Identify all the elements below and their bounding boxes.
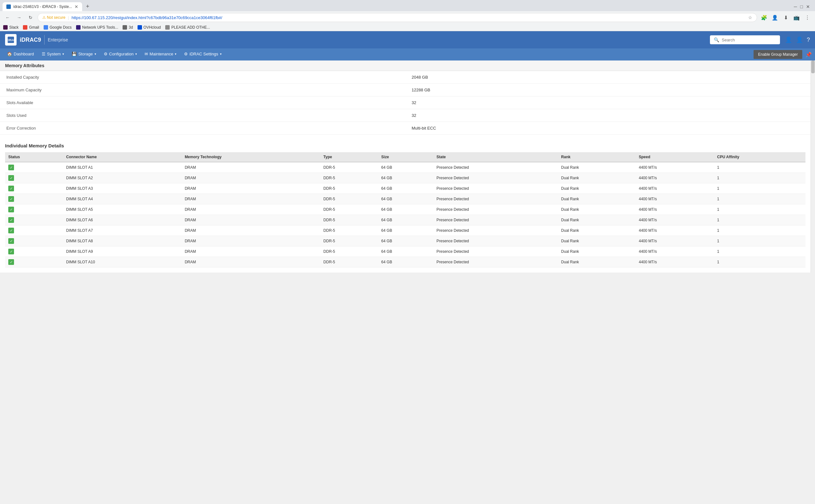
person-icon[interactable]: 👤	[796, 36, 803, 43]
browser-actions: 🧩 👤 ⬇ 📺 ⋮	[760, 13, 812, 22]
scrollbar[interactable]	[811, 60, 815, 273]
cell-status: ✓	[5, 225, 63, 236]
google-docs-label: Google Docs	[50, 25, 72, 30]
help-icon[interactable]: ?	[807, 37, 810, 43]
table-row: ✓ DIMM SLOT A9 DRAM DDR-5 64 GB Presence…	[5, 246, 805, 257]
new-tab-button[interactable]: +	[83, 2, 92, 11]
address-bar[interactable]: ⚠ Not secure | https://100.67.115.220/re…	[38, 13, 757, 22]
attr-value-slots-used: 32	[405, 109, 811, 122]
col-status: Status	[5, 152, 63, 162]
cell-state: Presence Detected	[433, 194, 558, 204]
status-check-icon: ✓	[8, 196, 14, 202]
back-button[interactable]: ←	[3, 13, 12, 22]
memory-details-title: Individual Memory Details	[5, 140, 805, 152]
nav-maintenance[interactable]: ✉ Maintenance ▾	[141, 48, 180, 60]
cell-type: DDR-5	[320, 225, 378, 236]
cell-size: 64 GB	[378, 215, 433, 225]
search-input[interactable]	[722, 38, 773, 42]
menu-button[interactable]: ⋮	[803, 13, 812, 22]
cell-rank: Dual Rank	[558, 173, 636, 183]
memory-details-table: Status Connector Name Memory Technology …	[5, 152, 805, 267]
cell-cpu: 1	[714, 173, 805, 183]
active-tab[interactable]: idrac-2S461V3 - iDRAC9 - Syste... ✕	[3, 2, 82, 11]
bookmark-please-add[interactable]: PLEASE ADD OTHE...	[165, 25, 210, 30]
bookmark-network-ups[interactable]: Network UPS Tools...	[76, 25, 118, 30]
search-bar[interactable]: 🔍	[710, 35, 780, 44]
cell-speed: 4400 MT/s	[635, 204, 714, 215]
bookmark-icon[interactable]: ☆	[748, 15, 752, 20]
profile-button[interactable]: 👤	[770, 13, 779, 22]
attr-row-slots-available: Slots Available 32	[0, 96, 811, 109]
extensions-button[interactable]: 🧩	[760, 13, 769, 22]
scrollbar-thumb[interactable]	[811, 60, 815, 73]
pin-icon[interactable]: 📌	[805, 52, 812, 58]
enable-group-manager-button[interactable]: Enable Group Manager	[754, 50, 802, 59]
cell-type: DDR-5	[320, 236, 378, 246]
status-check-icon: ✓	[8, 217, 14, 223]
close-window-button[interactable]: ✕	[806, 4, 810, 9]
status-check-icon: ✓	[8, 207, 14, 212]
status-check-icon: ✓	[8, 249, 14, 254]
nav-system[interactable]: ☰ System ▾	[38, 48, 68, 60]
bookmark-slack[interactable]: Slack	[3, 25, 18, 30]
cell-cpu: 1	[714, 236, 805, 246]
idrac-logo-icon: iDRAC	[5, 34, 17, 46]
cell-speed: 4400 MT/s	[635, 246, 714, 257]
cell-cpu: 1	[714, 215, 805, 225]
cell-cpu: 1	[714, 225, 805, 236]
cell-speed: 4400 MT/s	[635, 257, 714, 267]
cell-speed: 4400 MT/s	[635, 236, 714, 246]
nav-configuration-label: Configuration	[109, 52, 134, 56]
cell-technology: DRAM	[181, 215, 320, 225]
tab-close-button[interactable]: ✕	[74, 4, 78, 9]
maintenance-chevron: ▾	[175, 52, 176, 56]
refresh-button[interactable]: ↻	[26, 13, 35, 22]
attr-value-maximum-capacity: 12288 GB	[405, 84, 811, 96]
cell-technology: DRAM	[181, 204, 320, 215]
nav-dashboard[interactable]: 🏠 Dashboard	[3, 48, 38, 60]
col-cpu-affinity: CPU Affinity	[714, 152, 805, 162]
status-check-icon: ✓	[8, 186, 14, 191]
gmail-icon	[23, 25, 27, 30]
bookmark-3d[interactable]: 3d	[123, 25, 133, 30]
bookmark-ovhcloud[interactable]: OVHcloud	[138, 25, 161, 30]
nav-storage[interactable]: 💾 Storage ▾	[68, 48, 100, 60]
bookmark-google-docs[interactable]: Google Docs	[44, 25, 72, 30]
cell-rank: Dual Rank	[558, 225, 636, 236]
col-state: State	[433, 152, 558, 162]
download-button[interactable]: ⬇	[781, 13, 790, 22]
enterprise-label: Enterprise	[48, 37, 68, 42]
ovhcloud-icon	[138, 25, 142, 30]
3d-icon	[123, 25, 127, 30]
memory-attributes-title: Memory Attributes	[5, 63, 44, 68]
cell-state: Presence Detected	[433, 215, 558, 225]
cell-technology: DRAM	[181, 246, 320, 257]
cell-state: Presence Detected	[433, 246, 558, 257]
storage-chevron: ▾	[95, 52, 96, 56]
storage-icon: 💾	[72, 52, 77, 56]
idrac-app: iDRAC iDRAC9 Enterprise 🔍 👤 👤 ? 🏠 Dashbo…	[0, 31, 815, 494]
table-row: ✓ DIMM SLOT A2 DRAM DDR-5 64 GB Presence…	[5, 173, 805, 183]
cell-status: ✓	[5, 194, 63, 204]
table-row: ✓ DIMM SLOT A7 DRAM DDR-5 64 GB Presence…	[5, 225, 805, 236]
minimize-button[interactable]: ─	[794, 4, 797, 9]
nav-configuration[interactable]: ⚙ Configuration ▾	[100, 48, 141, 60]
memory-details-section: Individual Memory Details Status Connect…	[0, 140, 811, 273]
cell-type: DDR-5	[320, 194, 378, 204]
user-icon[interactable]: 👤	[785, 36, 792, 43]
cell-cpu: 1	[714, 162, 805, 173]
forward-button[interactable]: →	[15, 13, 24, 22]
nav-idrac-settings-label: iDRAC Settings	[189, 52, 218, 56]
nav-idrac-settings[interactable]: ⚙ iDRAC Settings ▾	[180, 48, 225, 60]
header-divider	[44, 35, 45, 45]
cell-status: ✓	[5, 204, 63, 215]
cell-speed: 4400 MT/s	[635, 194, 714, 204]
maximize-button[interactable]: □	[800, 4, 803, 9]
table-row: ✓ DIMM SLOT A1 DRAM DDR-5 64 GB Presence…	[5, 162, 805, 173]
bookmark-gmail[interactable]: Gmail	[23, 25, 39, 30]
attr-label-slots-used: Slots Used	[0, 109, 405, 122]
status-check-icon: ✓	[8, 259, 14, 265]
table-header-row: Status Connector Name Memory Technology …	[5, 152, 805, 162]
cast-button[interactable]: 📺	[792, 13, 801, 22]
cell-rank: Dual Rank	[558, 183, 636, 194]
